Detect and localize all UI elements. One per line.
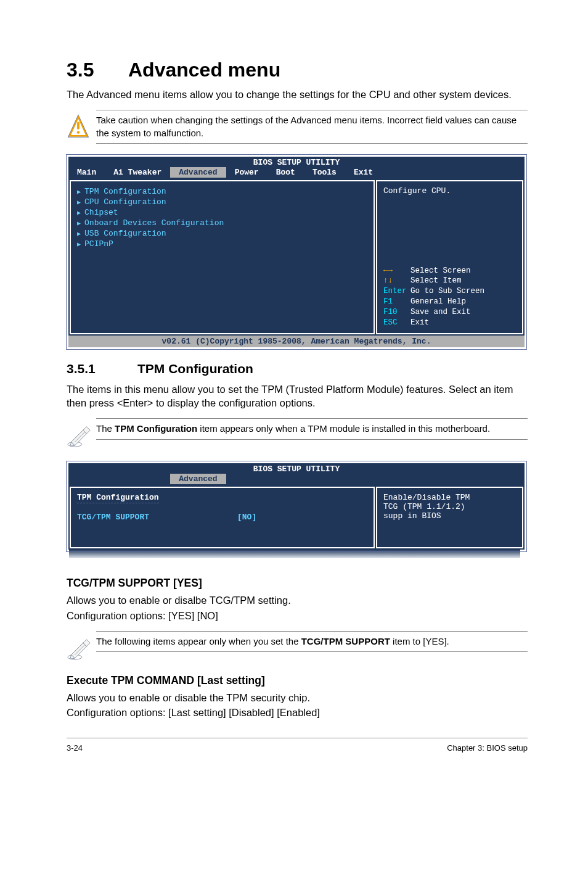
tcg-note-text: The following items appear only when you… [96, 635, 528, 648]
section-number: 3.5 [67, 59, 128, 81]
pencil-icon [67, 631, 96, 663]
bios-setting-label: TCG/TPM SUPPORT [77, 513, 237, 522]
bios-help-label: Exit [410, 318, 429, 327]
bios-screenshot-tpm: BIOS SETUP UTILITY Main Ai Tweaker Advan… [67, 461, 526, 551]
bios-menu-item: USB Configuration [77, 228, 367, 239]
caution-text: Take caution when changing the settings … [96, 114, 528, 139]
tcg-note: The following items appear only when you… [67, 631, 528, 663]
svg-rect-0 [77, 122, 80, 130]
bios-help-sym: F10 [383, 307, 410, 318]
bios-screenshot-advanced: BIOS SETUP UTILITY Main Ai Tweaker Advan… [67, 155, 526, 349]
bios-left-panel: TPM Configuration TCG/TPM SUPPORT[NO] [70, 487, 375, 548]
subsection-heading: 3.5.1TPM Configuration [67, 361, 528, 376]
bios-tab: Tools [304, 167, 345, 178]
bios-tab-active: Advanced [170, 474, 226, 484]
bios-menu-item: PCIPnP [77, 239, 367, 249]
tpm-note-text: The TPM Configuration item appears only … [96, 423, 528, 435]
bios-help-heading: Configure CPU. [383, 186, 516, 196]
item-heading: Execute TPM COMMAND [Last setting] [67, 674, 528, 687]
pencil-icon [67, 418, 96, 450]
svg-point-1 [77, 131, 80, 134]
caution-note: Take caution when changing the settings … [67, 110, 528, 144]
page-footer: 3-24 Chapter 3: BIOS setup [67, 738, 528, 753]
subsection-title: TPM Configuration [137, 361, 253, 376]
bios-section-heading: TPM Configuration [77, 493, 159, 503]
bios-tab: Power [226, 167, 267, 178]
bios-help-label: Select Screen [410, 266, 471, 275]
subsection-number: 3.5.1 [67, 361, 137, 376]
section-title-text: Advanced menu [128, 59, 280, 81]
subsection-desc: The items in this menu allow you to set … [67, 382, 528, 410]
bios-help-list: ←→Select Screen ↑↓Select Item EnterGo to… [383, 266, 516, 328]
bios-setting-row: TCG/TPM SUPPORT[NO] [77, 512, 367, 522]
bios-menu-item: Chipset [77, 207, 367, 218]
item-desc: Allows you to enable or disable the TPM … [67, 691, 528, 704]
bios-fade [69, 550, 520, 558]
bios-help-sym: ESC [383, 318, 410, 328]
bios-help-label: Select Item [410, 276, 462, 285]
bios-tabs: Main Ai Tweaker Advanced Power Boot Tool… [68, 167, 525, 179]
bios-footer: v02.61 (C)Copyright 1985-2008, American … [68, 336, 525, 347]
bios-help-sym: F1 [383, 297, 410, 307]
item-desc: Allows you to enable or disalbe TCG/TPM … [67, 593, 528, 607]
bios-help-sym: ↑↓ [383, 276, 410, 286]
bios-left-panel: TPM Configuration CPU Configuration Chip… [70, 180, 375, 334]
bios-title: BIOS SETUP UTILITY [68, 463, 525, 474]
bios-help-sym: Enter [383, 286, 410, 297]
bios-help-label: General Help [410, 297, 466, 306]
bios-tabs: Main Ai Tweaker Advanced [68, 474, 525, 485]
bios-help-label: Save and Exit [410, 308, 471, 316]
page-number: 3-24 [67, 743, 83, 753]
bios-help-text: Enable/Disable TPM [383, 493, 516, 502]
bios-help-sym: ←→ [383, 266, 410, 276]
bios-right-panel: Configure CPU. ←→Select Screen ↑↓Select … [376, 180, 523, 334]
bios-menu-item: CPU Configuration [77, 197, 367, 207]
bios-tab-active: Advanced [170, 167, 226, 178]
bios-menu-item: Onboard Devices Configuration [77, 218, 367, 228]
item-heading: TCG/TPM SUPPORT [YES] [67, 577, 528, 590]
bios-title: BIOS SETUP UTILITY [68, 157, 525, 167]
bios-right-panel: Enable/Disable TPM TCG (TPM 1.1/1.2) sup… [376, 487, 523, 548]
item-options: Configuration options: [YES] [NO] [67, 609, 528, 622]
bios-tab: Boot [267, 167, 304, 178]
intro-paragraph: The Advanced menu items allow you to cha… [67, 88, 528, 101]
caution-icon [67, 110, 96, 143]
chapter-label: Chapter 3: BIOS setup [447, 743, 528, 753]
section-title: 3.5Advanced menu [67, 59, 528, 81]
bios-help-text: TCG (TPM 1.1/1.2) [383, 502, 516, 511]
bios-menu-item: TPM Configuration [77, 186, 367, 197]
bios-tab: Main [68, 167, 105, 178]
bios-tab: Ai Tweaker [105, 167, 170, 178]
item-options: Configuration options: [Last setting] [D… [67, 706, 528, 719]
bios-help-text: supp in BIOS [383, 511, 516, 521]
bios-setting-value: [NO] [237, 513, 256, 522]
bios-help-label: Go to Sub Screen [410, 287, 484, 295]
bios-tab: Exit [345, 167, 382, 178]
tpm-note: The TPM Configuration item appears only … [67, 418, 528, 450]
